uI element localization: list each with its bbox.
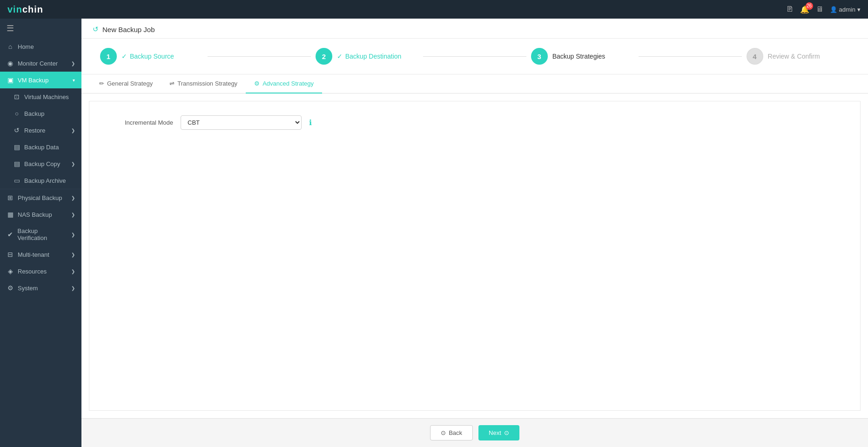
sidebar-item-backup-verification[interactable]: ✔ Backup Verification ❯ (0, 223, 81, 246)
monitor-center-icon: ◉ (7, 60, 14, 67)
logo: vinchin (7, 4, 43, 15)
sidebar-item-resources[interactable]: ◈ Resources ❯ (0, 263, 81, 280)
restore-icon: ↺ (13, 127, 20, 134)
restore-arrow: ❯ (71, 128, 75, 133)
nas-backup-arrow: ❯ (71, 212, 75, 217)
sidebar-label-multi-tenant: Multi-tenant (18, 251, 49, 258)
sidebar-label-restore: Restore (24, 127, 46, 134)
next-button[interactable]: Next ⊙ (478, 425, 519, 440)
page-refresh-icon[interactable]: ↺ (93, 25, 99, 33)
tab-general-strategy[interactable]: ✏ General Strategy (91, 74, 161, 93)
sidebar-label-system: System (18, 285, 38, 292)
sidebar-item-backup-copy[interactable]: ▤ Backup Copy ❯ (0, 155, 81, 172)
sidebar-item-multi-tenant[interactable]: ⊟ Multi-tenant ❯ (0, 246, 81, 263)
system-icon: ⚙ (7, 284, 14, 292)
backup-data-icon: ▤ (13, 143, 20, 151)
physical-backup-icon: ⊞ (7, 194, 14, 201)
sidebar-label-physical-backup: Physical Backup (18, 194, 62, 201)
tab-advanced-strategy[interactable]: ⚙ Advanced Strategy (246, 74, 322, 93)
sidebar-item-backup-archive[interactable]: ▭ Backup Archive (0, 172, 81, 189)
incremental-mode-label: Incremental Mode (108, 119, 173, 126)
page-header: ↺ New Backup Job (81, 19, 868, 39)
step-divider-2-3 (423, 56, 526, 57)
monitor-icon[interactable]: 🖥 (816, 5, 823, 13)
resources-icon: ◈ (7, 267, 14, 275)
notification-bell[interactable]: 🔔 26 (800, 5, 809, 14)
wizard-steps: 1 ✓ Backup Source 2 ✓ Backup Destinati (81, 39, 868, 74)
step-4-num: 4 (753, 53, 756, 60)
transmission-strategy-icon: ⇌ (169, 80, 175, 87)
back-icon: ⊙ (441, 429, 446, 436)
main-layout: ☰ ⌂ Home ◉ Monitor Center ❯ ▣ VM Backup … (0, 19, 868, 447)
wizard-step-2: 2 ✓ Backup Destination (316, 48, 418, 65)
tab-transmission-label: Transmission Strategy (177, 80, 237, 87)
sidebar-item-vm-backup[interactable]: ▣ VM Backup ▾ (0, 72, 81, 88)
back-button[interactable]: ⊙ Back (430, 425, 473, 440)
monitor-center-arrow: ❯ (71, 61, 75, 66)
sidebar-item-restore[interactable]: ↺ Restore ❯ (0, 122, 81, 139)
sidebar-item-physical-backup[interactable]: ⊞ Physical Backup ❯ (0, 189, 81, 206)
vm-backup-arrow: ▾ (73, 78, 75, 83)
sidebar-label-backup-data: Backup Data (24, 144, 59, 151)
backup-icon: ○ (13, 110, 20, 117)
info-icon[interactable]: ℹ (309, 118, 312, 127)
backup-copy-arrow: ❯ (71, 161, 75, 167)
admin-menu[interactable]: 👤 admin ▾ (830, 6, 861, 13)
step-3-label: Backup Strategies (552, 53, 606, 60)
back-label: Back (449, 429, 462, 436)
wizard-step-4: 4 Review & Confirm (747, 48, 849, 65)
step-1-circle: 1 (100, 48, 117, 65)
page-title: New Backup Job (102, 26, 155, 33)
home-icon: ⌂ (7, 43, 14, 50)
content-top: ↺ New Backup Job 1 ✓ Backup Source (81, 19, 868, 418)
logo-suffix: chin (22, 4, 43, 14)
logo-prefix: vin (7, 4, 22, 14)
notification-count: 26 (806, 2, 813, 10)
sidebar-item-system[interactable]: ⚙ System ❯ (0, 280, 81, 296)
virtual-machines-icon: ⊡ (13, 93, 20, 100)
step-divider-1-2 (208, 56, 310, 57)
sidebar-item-backup-data[interactable]: ▤ Backup Data (0, 139, 81, 155)
sidebar-item-nas-backup[interactable]: ▦ NAS Backup ❯ (0, 206, 81, 223)
step-2-check: ✓ (337, 53, 343, 60)
next-icon: ⊙ (504, 429, 509, 436)
messages-icon[interactable]: 🖹 (786, 5, 794, 13)
sidebar-label-monitor-center: Monitor Center (18, 60, 58, 67)
step-2-text: Backup Destination (345, 53, 402, 60)
sidebar-item-monitor-center[interactable]: ◉ Monitor Center ❯ (0, 55, 81, 72)
sidebar: ☰ ⌂ Home ◉ Monitor Center ❯ ▣ VM Backup … (0, 19, 81, 447)
nas-backup-icon: ▦ (7, 211, 14, 218)
sidebar-item-home[interactable]: ⌂ Home (0, 38, 81, 55)
incremental-mode-select[interactable]: CBT Full Scan Changed Files (181, 115, 302, 130)
tab-advanced-label: Advanced Strategy (262, 80, 314, 87)
step-1-num: 1 (107, 53, 110, 60)
top-header: vinchin 🖹 🔔 26 🖥 👤 admin ▾ (0, 0, 868, 19)
sidebar-label-backup: Backup (24, 110, 44, 117)
resources-arrow: ❯ (71, 269, 75, 274)
step-2-label: ✓ Backup Destination (337, 53, 402, 60)
step-1-check: ✓ (121, 53, 127, 60)
sidebar-item-backup[interactable]: ○ Backup (0, 105, 81, 122)
content-area: ↺ New Backup Job 1 ✓ Backup Source (81, 19, 868, 447)
backup-copy-icon: ▤ (13, 160, 20, 167)
sidebar-label-virtual-machines: Virtual Machines (24, 93, 69, 100)
incremental-mode-row: Incremental Mode CBT Full Scan Changed F… (108, 115, 841, 130)
multi-tenant-arrow: ❯ (71, 252, 75, 257)
step-4-circle: 4 (747, 48, 763, 65)
step-4-text: Review & Confirm (768, 53, 820, 60)
tabs-bar: ✏ General Strategy ⇌ Transmission Strate… (81, 74, 868, 93)
wizard-step-1: 1 ✓ Backup Source (100, 48, 203, 65)
wizard-step-3: 3 Backup Strategies (531, 48, 634, 65)
backup-verification-arrow: ❯ (71, 232, 75, 237)
hamburger-button[interactable]: ☰ (0, 19, 81, 38)
tab-transmission-strategy[interactable]: ⇌ Transmission Strategy (161, 74, 246, 93)
page-footer: ⊙ Back Next ⊙ (81, 418, 868, 447)
sidebar-label-home: Home (18, 43, 34, 50)
header-right: 🖹 🔔 26 🖥 👤 admin ▾ (786, 5, 861, 14)
sidebar-item-virtual-machines[interactable]: ⊡ Virtual Machines (0, 88, 81, 105)
backup-verification-icon: ✔ (7, 231, 14, 238)
sidebar-label-backup-copy: Backup Copy (24, 160, 60, 167)
step-3-text: Backup Strategies (552, 53, 606, 60)
backup-archive-icon: ▭ (13, 177, 20, 184)
tab-general-label: General Strategy (107, 80, 153, 87)
